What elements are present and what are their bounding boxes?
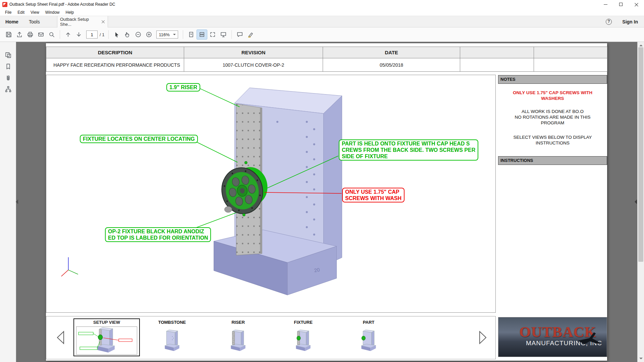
presentation-button[interactable]: [218, 29, 229, 40]
scrollbar-thumb[interactable]: [638, 47, 643, 262]
pdf-page: DESCRIPTION REVISION DATE HAPPY FACE REC…: [46, 43, 607, 361]
callout-line: SCREWS WITH WASH: [345, 195, 401, 201]
zoom-out-icon: [135, 31, 142, 38]
thumbnail-riser[interactable]: [229, 326, 248, 355]
hand-tool-button[interactable]: [122, 29, 133, 40]
menu-file[interactable]: File: [2, 9, 14, 16]
document-area: DESCRIPTION REVISION DATE HAPPY FACE REC…: [0, 42, 644, 362]
title-bar: Outback Setup Sheet Final.pdf - Adobe Ac…: [0, 0, 644, 9]
email-icon: [38, 31, 44, 38]
zoom-level-value: 116%: [159, 32, 169, 37]
thumbnail-fixture[interactable]: [294, 326, 313, 355]
model-tree-icon: [5, 86, 12, 93]
tombstone-3d-scene: 20: [46, 75, 495, 312]
vertical-scrollbar[interactable]: [637, 42, 644, 362]
select-tool-button[interactable]: [111, 29, 122, 40]
menu-edit[interactable]: Edit: [14, 9, 28, 16]
tab-tools[interactable]: Tools: [29, 16, 40, 27]
paperclip-icon: [5, 74, 12, 81]
company-logo: OUTBACK MANUFACTURING, INC: [498, 317, 607, 357]
expand-tools-panel-icon[interactable]: [632, 199, 637, 204]
description-value: HAPPY FACE RECREATION PERFORMANCE PRODUC…: [46, 58, 184, 72]
menu-view[interactable]: View: [28, 9, 42, 16]
collapse-left-panel-icon[interactable]: [13, 199, 18, 204]
fit-width-button[interactable]: [197, 29, 207, 40]
callout-line: PART IS HELD ONTO FIXTURE WITH CAP HEAD …: [342, 140, 475, 147]
comment-button[interactable]: [234, 29, 245, 40]
thumbnail-label: PART: [345, 320, 392, 325]
scroll-up-icon[interactable]: [639, 43, 643, 46]
find-button[interactable]: [46, 29, 57, 40]
instructions-title: INSTRUCTIONS: [500, 158, 533, 163]
close-icon: [635, 3, 638, 6]
save-icon: [5, 31, 12, 38]
airplane-icon: [577, 325, 605, 348]
thumbnail-label: RISER: [215, 320, 262, 325]
print-button[interactable]: [25, 29, 36, 40]
notes-panel-header: NOTES: [498, 75, 607, 84]
next-views-button[interactable]: [478, 330, 488, 345]
thumbnail-label: TOMBSTONE: [149, 320, 196, 325]
tab-bar: Home Tools Outback Setup She... ? Sign I…: [0, 16, 644, 27]
model-tree-button[interactable]: [0, 83, 16, 95]
maximize-button[interactable]: [613, 0, 629, 9]
callout-line: SIDE OF FIXTURE: [342, 153, 475, 160]
email-button[interactable]: [36, 29, 46, 40]
col-header-description: DESCRIPTION: [46, 47, 184, 58]
callout-line: OP-2 FIXTURE BLACK HARD ANODIZ: [108, 228, 208, 235]
next-page-button[interactable]: [73, 29, 84, 40]
acrobat-window: Outback Setup Sheet Final.pdf - Adobe Ac…: [0, 0, 644, 362]
notes-line-3: SELECT VIEWS BELOW TO DISPLAY INSTRUCTIO…: [507, 134, 598, 146]
col-header-empty: [534, 47, 607, 58]
menu-help[interactable]: Help: [63, 9, 77, 16]
page-down-icon: [75, 31, 82, 38]
highlighter-icon: [247, 31, 254, 38]
attachments-button[interactable]: [0, 72, 16, 83]
bookmarks-button[interactable]: [0, 61, 16, 72]
menu-bar: File Edit View Window Help: [0, 9, 644, 16]
help-icon[interactable]: ?: [606, 19, 612, 25]
highlight-button[interactable]: [245, 29, 256, 40]
fullscreen-button[interactable]: [207, 29, 218, 40]
thumbnail-label: SETUP VIEW: [74, 320, 139, 325]
zoom-level-select[interactable]: 116%: [156, 31, 178, 39]
sign-in-button[interactable]: Sign In: [622, 16, 638, 27]
tab-close-icon[interactable]: [102, 20, 105, 23]
page-up-icon: [65, 31, 71, 38]
callout-fixture-locates: FIXTURE LOCATES ON CENTER LOCATING: [80, 135, 198, 143]
close-button[interactable]: [629, 0, 644, 9]
3d-model-view[interactable]: 20: [46, 75, 496, 313]
page-number-input[interactable]: [86, 31, 98, 39]
scrolling-mode-button[interactable]: [186, 29, 197, 40]
thumbnail-part[interactable]: [359, 326, 378, 355]
col-header-date: DATE: [323, 47, 460, 58]
toolbar-separator: [60, 30, 60, 39]
thumbnail-tombstone[interactable]: [163, 326, 181, 355]
thumbnail-setup-preview: [76, 326, 137, 355]
share-button[interactable]: [14, 29, 25, 40]
base-marking-label: 20: [314, 267, 320, 274]
col-header-revision: REVISION: [184, 47, 323, 58]
maximize-icon: [619, 3, 623, 6]
page-thumbnails-button[interactable]: [0, 49, 16, 61]
callout-line: ED TOP IS LABLED FOR ORIENTATION: [108, 235, 208, 241]
notes-title: NOTES: [500, 77, 516, 82]
zoom-out-button[interactable]: [133, 29, 144, 40]
zoom-in-button[interactable]: [144, 29, 154, 40]
chevron-down-icon: [173, 34, 176, 37]
tab-home[interactable]: Home: [5, 16, 18, 27]
previous-views-button[interactable]: [56, 330, 65, 345]
menu-window[interactable]: Window: [42, 9, 63, 16]
minimize-icon: [604, 4, 607, 5]
main-toolbar: / 1 116%: [0, 27, 644, 42]
tab-document[interactable]: Outback Setup She...: [57, 16, 108, 27]
date-value: 05/05/2018: [323, 58, 460, 72]
notes-warning-text: ONLY USE 1.75" CAP SCREWS WITH WASHERS: [511, 90, 595, 101]
previous-page-button[interactable]: [63, 29, 73, 40]
page-total-label: / 1: [100, 32, 104, 37]
save-button[interactable]: [3, 29, 14, 40]
minimize-button[interactable]: [598, 0, 613, 9]
scroll-down-icon[interactable]: [639, 358, 643, 361]
comment-icon: [236, 31, 243, 38]
thumbnail-setup-view[interactable]: SETUP VIEW: [73, 318, 140, 356]
